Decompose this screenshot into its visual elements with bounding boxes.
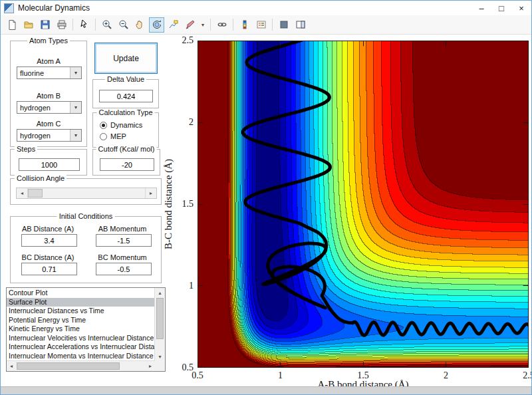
pes-contour-canvas[interactable] (198, 41, 529, 368)
atom-a-select[interactable]: fluorine ▾ (17, 66, 82, 79)
calculation-type-panel: Calculation Type Dynamics MEP (92, 112, 159, 148)
list-item[interactable]: Internuclear Velocities vs Internuclear … (7, 334, 155, 343)
hide-plot-tools-button[interactable] (276, 17, 291, 33)
insert-legend-icon (256, 19, 267, 30)
listbox-vertical-scrollbar[interactable]: ▴ ▾ (154, 288, 165, 361)
scroll-left-button[interactable]: ◂ (7, 361, 16, 371)
insert-colorbar-button[interactable] (237, 17, 252, 33)
chevron-down-icon[interactable]: ▾ (70, 130, 81, 141)
list-item[interactable]: Internuclear Accelerations vs Internucle… (7, 342, 155, 352)
list-item[interactable]: Surface Plot (7, 298, 155, 307)
vertical-scroll-thumb[interactable] (156, 298, 164, 339)
link-plots-icon (217, 19, 227, 30)
chevron-down-icon: ▾ (201, 22, 204, 28)
steps-panel: Steps (10, 149, 87, 176)
list-item[interactable]: Internuclear Momenta vs Internuclear Dis… (7, 352, 155, 361)
close-button[interactable]: × (511, 1, 531, 15)
brush-icon (185, 19, 196, 30)
data-cursor-icon (168, 19, 179, 30)
delta-value-panel: Delta Value (92, 79, 159, 108)
ab-momentum-input[interactable] (96, 234, 152, 247)
brush-button[interactable] (182, 17, 198, 33)
radio-dynamics[interactable]: Dynamics (100, 121, 142, 129)
arrow-right-icon: ▸ (149, 363, 152, 369)
horizontal-scroll-thumb[interactable] (17, 362, 120, 370)
insert-colorbar-icon (239, 19, 250, 30)
minimize-button[interactable]: – (471, 1, 491, 15)
link-plots-button[interactable] (214, 17, 229, 33)
list-item[interactable]: Potential Energy vs Time (7, 316, 155, 325)
update-button[interactable]: Update (94, 43, 158, 74)
edit-plot-arrow-icon (79, 19, 90, 30)
list-item[interactable]: Kinetic Energy vs Time (7, 325, 155, 334)
toolbar-separator (95, 19, 96, 31)
bc-distance-input[interactable] (21, 263, 77, 275)
bc-momentum-label: BC Momentum (88, 253, 157, 261)
figure-toolbar: ▾ (1, 15, 531, 35)
brush-dropdown-button[interactable]: ▾ (199, 17, 207, 33)
cutoff-input[interactable] (100, 158, 154, 171)
data-cursor-button[interactable] (166, 17, 181, 33)
y-tick-label: 2.5 (171, 35, 194, 46)
title-bar[interactable]: Molecular Dynamics – □ × (1, 1, 531, 15)
collision-angle-title: Collision Angle (15, 174, 66, 182)
delta-value-input[interactable] (99, 90, 153, 102)
ab-distance-input[interactable] (21, 234, 77, 247)
app-icon (4, 3, 14, 13)
atom-b-select[interactable]: hydrogen ▾ (17, 101, 82, 114)
scroll-right-button[interactable]: ▸ (146, 361, 155, 371)
rotate-3d-button[interactable] (149, 17, 164, 33)
chevron-down-icon[interactable]: ▾ (70, 102, 81, 113)
zoom-out-button[interactable] (116, 17, 131, 33)
scroll-down-button[interactable]: ▾ (155, 352, 165, 361)
steps-input[interactable] (19, 158, 80, 171)
collision-angle-slider[interactable]: ◂ ▸ (16, 188, 157, 199)
atom-c-select[interactable]: hydrogen ▾ (17, 129, 82, 142)
radio-mep[interactable]: MEP (100, 132, 126, 140)
save-button[interactable] (37, 17, 53, 33)
hide-plot-tools-icon (279, 19, 289, 30)
chevron-down-icon[interactable]: ▾ (70, 67, 81, 78)
new-document-icon (7, 19, 17, 30)
radio-dynamics-control[interactable] (100, 122, 107, 129)
zoom-in-button[interactable] (99, 17, 114, 33)
slider-right-arrow[interactable]: ▸ (145, 188, 156, 198)
bc-momentum-input[interactable] (96, 263, 152, 275)
radio-dynamics-label: Dynamics (110, 121, 142, 129)
insert-legend-button[interactable] (253, 17, 269, 33)
show-plot-tools-button[interactable] (293, 17, 308, 33)
steps-title: Steps (15, 145, 37, 153)
window-buttons: – □ × (471, 1, 531, 15)
print-button[interactable] (54, 17, 69, 33)
atom-types-title: Atom Types (27, 37, 70, 45)
open-folder-icon (23, 19, 34, 30)
scrollbar-corner (155, 361, 165, 371)
open-folder-button[interactable] (21, 17, 36, 33)
scroll-up-button[interactable]: ▴ (155, 288, 165, 297)
listbox-horizontal-scrollbar[interactable]: ◂ ▸ (7, 360, 155, 371)
toolbar-separator (233, 19, 233, 31)
initial-conditions-panel: Initial Conditions AB Distance (A) AB Mo… (10, 216, 162, 283)
slider-thumb[interactable] (28, 189, 43, 198)
slider-left-arrow[interactable]: ◂ (17, 188, 28, 198)
print-icon (57, 19, 67, 30)
plot-type-listbox[interactable]: Contour PlotSurface PlotInternuclear Dis… (6, 287, 166, 372)
ab-momentum-label: AB Momentum (88, 225, 157, 233)
cutoff-panel: Cutoff (Kcal/ mol) (92, 149, 160, 176)
edit-plot-button[interactable] (76, 17, 92, 33)
y-tick-label: 1 (171, 281, 194, 291)
pan-hand-icon (135, 19, 146, 30)
toolbar-separator (272, 19, 273, 31)
maximize-button[interactable]: □ (491, 1, 511, 15)
list-item[interactable]: Contour Plot (7, 289, 155, 298)
molecular-dynamics-window: Molecular Dynamics – □ × (0, 0, 532, 395)
atom-c-value: hydrogen (17, 132, 70, 140)
list-item[interactable]: Internuclear Distances vs Time (7, 307, 155, 316)
y-tick-label: 0.5 (171, 362, 194, 373)
new-document-button[interactable] (4, 17, 19, 33)
bc-distance-label: BC Distance (A) (13, 253, 82, 261)
atom-b-label: Atom B (11, 92, 86, 100)
pan-button[interactable] (132, 17, 148, 33)
window-title: Molecular Dynamics (18, 3, 90, 13)
radio-mep-control[interactable] (100, 133, 107, 140)
